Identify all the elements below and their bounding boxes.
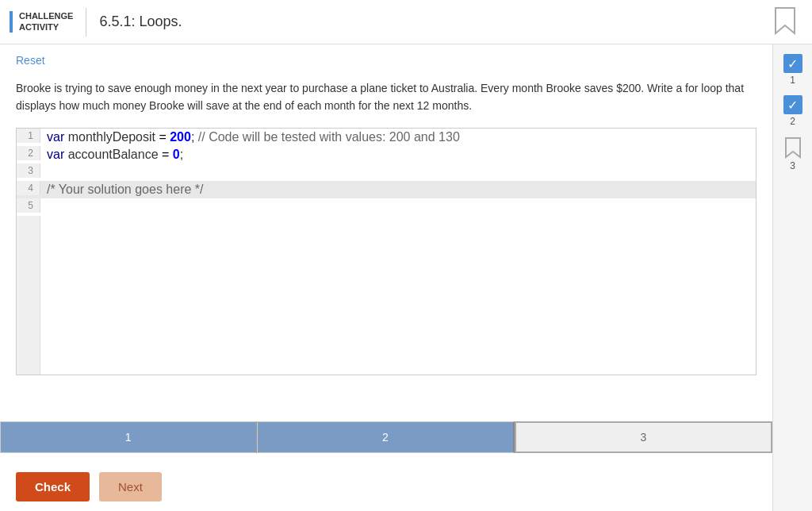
sidebar-item-3[interactable]: 3 <box>784 136 802 171</box>
sidebar-num-2: 2 <box>790 116 795 127</box>
code-line-1: 1 var monthlyDeposit = 200; // Code will… <box>17 129 756 146</box>
progress-segment-1[interactable]: 1 <box>0 421 257 453</box>
progress-segment-2[interactable]: 2 <box>257 421 514 453</box>
sidebar-num-1: 1 <box>790 75 795 86</box>
reset-button[interactable]: Reset <box>16 54 45 67</box>
next-button[interactable]: Next <box>99 472 162 501</box>
progress-bar: 1 2 3 <box>0 421 772 453</box>
progress-segment-3[interactable]: 3 <box>515 421 772 453</box>
progress-section: 1 2 3 <box>0 415 772 463</box>
check-button[interactable]: Check <box>16 472 90 501</box>
problem-text: Brooke is trying to save enough money in… <box>16 79 756 115</box>
svg-marker-0 <box>776 8 795 33</box>
code-editor[interactable]: 1 var monthlyDeposit = 200; // Code will… <box>16 128 756 375</box>
content-area: Reset Brooke is trying to save enough mo… <box>0 44 772 415</box>
challenge-activity-label: CHALLENGE ACTIVITY <box>10 11 73 32</box>
svg-marker-1 <box>786 138 800 157</box>
check-icon-2: ✓ <box>783 95 802 114</box>
sidebar-item-1[interactable]: ✓ 1 <box>783 54 802 86</box>
bookmark-icon[interactable] <box>774 6 796 35</box>
sidebar-item-2[interactable]: ✓ 2 <box>783 95 802 127</box>
code-line-2: 2 var accountBalance = 0; <box>17 146 756 163</box>
check-icon-1: ✓ <box>783 54 802 73</box>
bookmark-small-icon <box>784 136 802 159</box>
code-line-4: 4 /* Your solution goes here */ <box>17 181 756 198</box>
code-line-5: 5 <box>17 198 756 216</box>
code-line-3: 3 <box>17 163 756 181</box>
page-title: 6.5.1: Loops. <box>99 13 182 30</box>
app-header: CHALLENGE ACTIVITY 6.5.1: Loops. <box>0 0 812 44</box>
sidebar-num-3: 3 <box>790 160 795 171</box>
right-sidebar: ✓ 1 ✓ 2 3 <box>772 44 812 511</box>
header-divider <box>86 8 86 36</box>
main-layout: Reset Brooke is trying to save enough mo… <box>0 44 812 511</box>
bottom-bar: Check Next <box>0 463 772 511</box>
